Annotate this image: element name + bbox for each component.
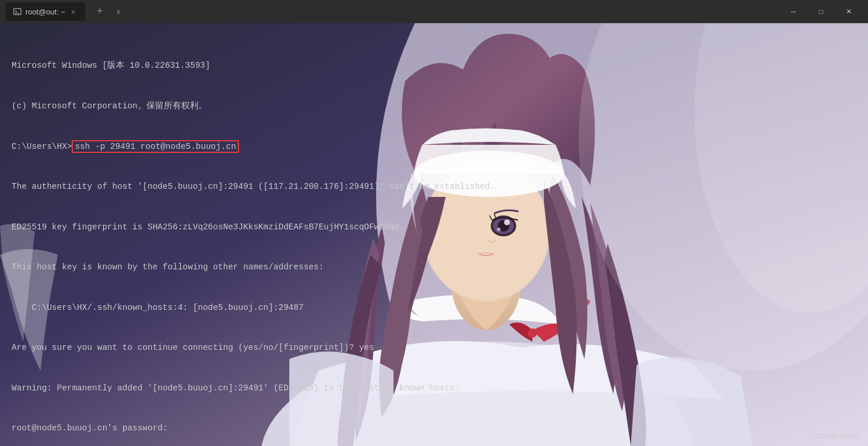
minimize-button[interactable]: ─ [780, 2, 807, 21]
window-controls: ─ □ ✕ [780, 2, 862, 21]
background [0, 23, 868, 446]
titlebar-left: root@out: ~ ✕ + ∨ [6, 2, 780, 21]
tab-icon [13, 7, 22, 16]
svg-point-12 [504, 220, 510, 225]
active-tab[interactable]: root@out: ~ ✕ [6, 2, 85, 21]
watermark: CSDN @Hoxy.R [808, 432, 859, 440]
new-tab-button[interactable]: + [92, 3, 108, 20]
terminal-window: root@out: ~ ✕ + ∨ ─ □ ✕ [0, 0, 868, 446]
titlebar: root@out: ~ ✕ + ∨ ─ □ ✕ [0, 0, 868, 23]
svg-point-5 [528, 328, 537, 338]
tab-close-btn[interactable]: ✕ [69, 7, 78, 16]
close-button[interactable]: ✕ [836, 2, 862, 21]
svg-point-13 [497, 228, 501, 231]
tab-title: root@out: ~ [25, 8, 65, 16]
content-area: Microsoft Windows [版本 10.0.22631.3593] (… [0, 23, 868, 446]
maximize-button[interactable]: □ [808, 2, 834, 21]
dropdown-button[interactable]: ∨ [113, 6, 124, 17]
